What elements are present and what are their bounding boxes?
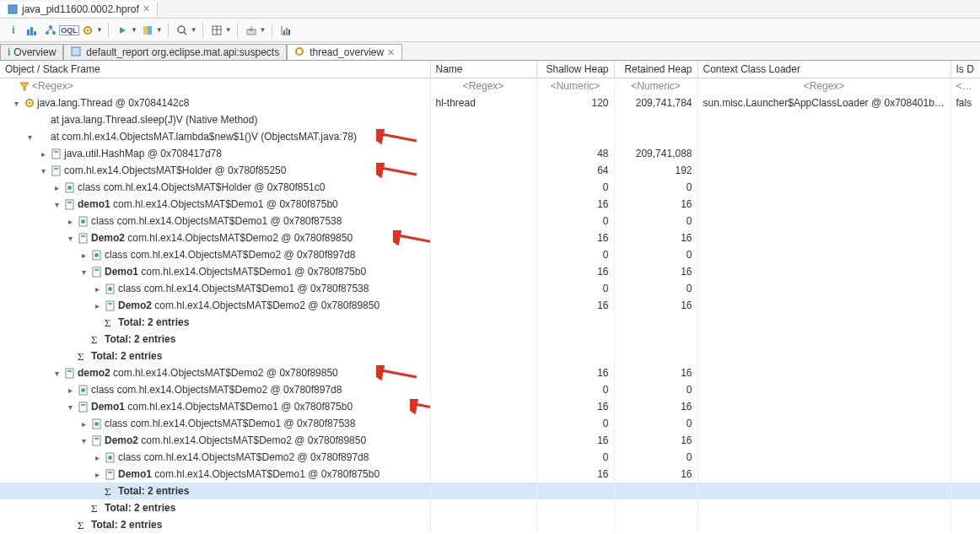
table-row[interactable]: ▾ Demo1 com.hl.ex14.ObjectsMAT$Demo1 @ 0… [0,263,980,280]
tree-twisty[interactable]: ▸ [78,251,89,260]
tree-twisty[interactable]: ▸ [91,284,103,294]
dropdown-icon[interactable]: ▼ [260,26,267,34]
tree-twisty[interactable]: ▸ [91,301,103,310]
dropdown-icon[interactable]: ▼ [225,26,232,34]
cell-name [430,364,536,381]
table-row[interactable]: ▾ Demo2 com.hl.ex14.ObjectsMAT$Demo2 @ 0… [0,432,980,449]
cell-shallow: 0 [536,449,614,466]
filter-text[interactable]: <Re [950,78,980,94]
tree-twisty[interactable]: ▸ [64,386,76,395]
tree-twisty[interactable]: ▾ [24,132,35,142]
tree-twisty[interactable]: ▾ [51,200,62,209]
table-row[interactable]: ▸ class com.hl.ex14.ObjectsMAT$Demo2 @ 0… [0,449,980,466]
table-row[interactable]: Σ Total: 2 entries [0,331,980,348]
svg-rect-0 [8,5,17,13]
cell-context [697,229,950,246]
col-isdaemon[interactable]: Is D [950,61,980,78]
table-row[interactable]: ▸ class com.hl.ex14.ObjectsMAT$Demo2 @ 0… [0,381,980,398]
table-row[interactable]: ▸ class com.hl.ex14.ObjectsMAT$Holder @ … [0,179,980,196]
close-tab-icon[interactable]: ✕ [387,47,395,58]
col-object[interactable]: Object / Stack Frame [0,61,430,78]
cell-isdaemon [950,280,980,297]
cell-shallow: 64 [536,162,614,179]
table-row[interactable]: ▸ Demo1 com.hl.ex14.ObjectsMAT$Demo1 @ 0… [0,466,980,483]
table-row[interactable]: ▾ demo2 com.hl.ex14.ObjectsMAT$Demo2 @ 0… [0,364,980,381]
table-row[interactable]: ▸ class com.hl.ex14.ObjectsMAT$Demo1 @ 0… [0,213,980,229]
tree-twisty[interactable]: ▸ [37,149,49,159]
cell-shallow: 0 [536,213,614,229]
filter-text[interactable]: <Numeric> [536,78,614,94]
table-button[interactable] [208,22,225,39]
oql-button[interactable]: OQL [61,22,78,39]
svg-rect-34 [66,200,73,209]
editor-tab-hprof[interactable]: java_pid11600.0002.hprof ✕ [0,2,158,17]
histogram-button[interactable] [24,22,40,39]
table-row[interactable]: Σ Total: 2 entries [0,483,980,499]
filter-text[interactable]: <Numeric> [614,78,697,94]
cell-shallow [536,331,614,348]
tree-twisty[interactable]: ▸ [78,419,89,429]
filter-text[interactable]: <Regex> [430,78,536,94]
table-row[interactable]: at java.lang.Thread.sleep(J)V (Native Me… [0,111,980,128]
table-row[interactable]: Σ Total: 2 entries [0,516,980,533]
export-button[interactable] [243,22,260,39]
cell-context [697,246,950,263]
info-button[interactable]: i [5,22,22,39]
table-row[interactable]: ▾ at com.hl.ex14.ObjectsMAT.lambda$new$1… [0,128,980,145]
table-row[interactable]: ▸ class com.hl.ex14.ObjectsMAT$Demo1 @ 0… [0,280,980,297]
tab-thread-overview[interactable]: thread_overview ✕ [287,44,402,60]
tree-twisty[interactable]: ▾ [78,436,89,445]
row-icon [78,384,89,396]
tab-overview[interactable]: i Overview [0,44,63,60]
row-label: class com.hl.ex14.ObjectsMAT$Demo1 @ 0x7… [105,418,355,429]
tree-twisty[interactable]: ▾ [64,234,76,243]
chart-button[interactable] [277,22,294,39]
tree-button[interactable] [42,22,59,39]
row-label: at java.lang.Thread.sleep(J)V (Native Me… [51,114,257,126]
svg-rect-20 [286,28,288,35]
dropdown-icon[interactable]: ▼ [156,26,163,34]
run-button[interactable] [114,22,131,39]
svg-point-60 [94,422,99,426]
table-row[interactable]: Σ Total: 2 entries [0,314,980,331]
tree-twisty[interactable]: ▾ [10,99,22,108]
table-row[interactable]: ▾ java.lang.Thread @ 0x7084142c8 hl-thre… [0,94,980,111]
cell-name [430,263,536,280]
cell-isdaemon [950,516,980,533]
table-row[interactable]: ▾ Demo1 com.hl.ex14.ObjectsMAT$Demo1 @ 0… [0,398,980,415]
close-tab-icon[interactable]: ✕ [143,3,150,14]
dropdown-icon[interactable]: ▼ [131,26,137,34]
tree-twisty[interactable]: ▾ [51,369,62,378]
col-retained[interactable]: Retained Heap [614,61,697,78]
table-row[interactable]: ▸ class com.hl.ex14.ObjectsMAT$Demo2 @ 0… [0,246,980,263]
gear-button[interactable] [79,22,96,39]
tree-twisty[interactable]: ▸ [64,217,76,226]
tree-twisty[interactable]: ▾ [78,267,89,277]
dropdown-icon[interactable]: ▼ [96,26,103,34]
tab-default-report[interactable]: default_report org.eclipse.mat.api:suspe… [63,44,287,60]
table-row[interactable]: Σ Total: 2 entries [0,348,980,364]
table-row[interactable]: Σ Total: 2 entries [0,499,980,516]
col-shallow[interactable]: Shallow Heap [536,61,614,78]
table-row[interactable]: ▸ Demo2 com.hl.ex14.ObjectsMAT$Demo2 @ 0… [0,297,980,314]
svg-rect-66 [106,470,114,479]
table-row[interactable]: ▾ demo1 com.hl.ex14.ObjectsMAT$Demo1 @ 0… [0,196,980,213]
col-name[interactable]: Name [430,61,536,78]
table-row[interactable]: ▸ class com.hl.ex14.ObjectsMAT$Demo1 @ 0… [0,415,980,432]
search-button[interactable] [174,22,191,39]
tree-twisty[interactable]: ▾ [37,166,49,175]
tree-twisty[interactable]: ▸ [91,470,103,479]
cell-context [697,213,950,229]
table-row[interactable]: ▸ java.util.HashMap @ 0x708417d78 48 209… [0,145,980,162]
cell-isdaemon [950,499,980,516]
filter-text[interactable]: <Regex> [697,78,950,94]
compare-button[interactable] [139,22,156,39]
table-row[interactable]: ▾ com.hl.ex14.ObjectsMAT$Holder @ 0x780f… [0,162,980,179]
tree-twisty[interactable]: ▾ [64,402,76,412]
dropdown-icon[interactable]: ▼ [191,26,197,34]
col-context[interactable]: Context Class Loader [697,61,950,78]
filter-text[interactable]: <Regex> [32,80,73,92]
tree-twisty[interactable]: ▸ [91,453,103,462]
table-row[interactable]: ▾ Demo2 com.hl.ex14.ObjectsMAT$Demo2 @ 0… [0,229,980,246]
tree-twisty[interactable]: ▸ [51,183,62,192]
